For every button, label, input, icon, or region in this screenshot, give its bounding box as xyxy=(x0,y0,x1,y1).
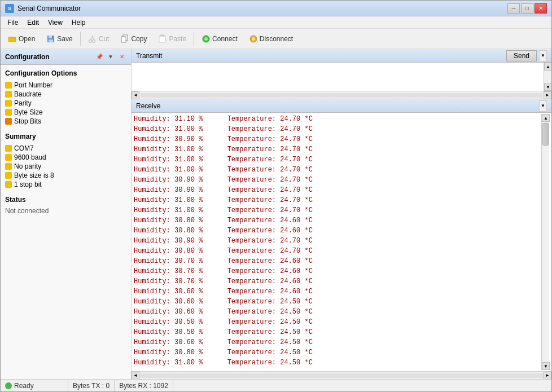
status-section: Status Not connected xyxy=(5,196,126,215)
window-controls: ─ □ ✕ xyxy=(507,3,547,14)
not-connected-text: Not connected xyxy=(5,207,126,215)
ready-text: Ready xyxy=(14,382,34,390)
maximize-button[interactable]: □ xyxy=(521,3,533,14)
receive-line: Humidity: 30.60 % Temperature: 24.50 *C xyxy=(134,307,541,317)
receive-lines: Humidity: 31.10 % Temperature: 24.70 *CH… xyxy=(134,114,541,370)
sidebar-close-icon[interactable]: ✕ xyxy=(117,52,126,61)
bytes-tx-segment: Bytes TX : 0 xyxy=(68,380,115,391)
open-icon xyxy=(8,34,17,43)
receive-line: Humidity: 30.90 % Temperature: 24.70 *C xyxy=(134,185,541,195)
pin-icon[interactable]: 📌 xyxy=(95,52,104,61)
transmit-textarea[interactable] xyxy=(132,63,544,91)
receive-dropdown[interactable]: ▼ xyxy=(539,100,547,112)
config-dot-baud xyxy=(5,91,12,98)
save-button[interactable]: Save xyxy=(41,31,77,47)
copy-icon xyxy=(120,34,129,43)
receive-line: Humidity: 30.80 % Temperature: 24.70 *C xyxy=(134,246,541,256)
sidebar-content: Configuration Options Port Number Baudra… xyxy=(1,65,131,379)
cut-label: Cut xyxy=(99,35,109,43)
receive-line: Humidity: 30.80 % Temperature: 24.50 *C xyxy=(134,347,541,358)
summary-com7: COM7 xyxy=(5,144,126,153)
menu-view[interactable]: View xyxy=(43,17,67,28)
transmit-scroll-down[interactable]: ▼ xyxy=(544,83,551,91)
transmit-hscroll-track xyxy=(141,93,542,98)
receive-scroll-track xyxy=(542,122,549,362)
separator-1 xyxy=(80,32,81,46)
receive-hscroll-left[interactable]: ◄ xyxy=(132,372,139,380)
receive-line: Humidity: 30.80 % Temperature: 24.60 *C xyxy=(134,215,541,226)
config-dot-byte xyxy=(5,109,12,116)
receive-line: Humidity: 30.90 % Temperature: 24.70 *C xyxy=(134,236,541,246)
receive-panel: Receive ▼ Humidity: 31.10 % Temperature:… xyxy=(132,99,551,379)
receive-hscroll: ◄ ► xyxy=(132,371,551,379)
sidebar-title: Configuration xyxy=(5,53,93,61)
receive-line: Humidity: 30.90 % Temperature: 24.70 *C xyxy=(134,175,541,185)
ready-icon xyxy=(5,382,12,389)
receive-line: Humidity: 31.10 % Temperature: 24.70 *C xyxy=(134,114,541,124)
cut-button[interactable]: Cut xyxy=(83,31,115,47)
config-stop-bits[interactable]: Stop Bits xyxy=(5,117,126,126)
summary-stopbit-label: 1 stop bit xyxy=(14,180,42,188)
open-button[interactable]: Open xyxy=(3,31,40,47)
receive-body: Humidity: 31.10 % Temperature: 24.70 *CH… xyxy=(132,113,551,371)
transmit-hscroll-left[interactable]: ◄ xyxy=(132,91,139,99)
receive-line: Humidity: 30.60 % Temperature: 24.60 *C xyxy=(134,287,541,297)
transmit-panel: Transmit Send ▼ ▲ ▼ ◄ xyxy=(132,49,551,99)
disconnect-button[interactable]: Disconnect xyxy=(244,31,298,47)
receive-header: Receive ▼ xyxy=(132,99,551,113)
transmit-hscroll: ◄ ► xyxy=(132,91,551,99)
svg-point-7 xyxy=(92,39,95,42)
config-port-number[interactable]: Port Number xyxy=(5,81,126,90)
summary-stopbit: 1 stop bit xyxy=(5,180,126,189)
connect-label: Connect xyxy=(212,35,238,43)
transmit-dropdown[interactable]: ▼ xyxy=(539,50,547,61)
transmit-hscroll-right[interactable]: ► xyxy=(544,91,551,99)
send-button[interactable]: Send xyxy=(506,50,537,61)
config-parity[interactable]: Parity xyxy=(5,99,126,108)
svg-rect-12 xyxy=(121,37,126,42)
config-stop-label: Stop Bits xyxy=(14,117,41,125)
transmit-header: Transmit Send ▼ xyxy=(132,49,551,63)
connect-button[interactable]: Connect xyxy=(196,31,243,47)
receive-vscrollbar[interactable]: ▲ ▼ xyxy=(541,114,549,370)
summary-com7-label: COM7 xyxy=(14,144,34,152)
sidebar-menu-icon[interactable]: ▼ xyxy=(106,52,115,61)
main-layout: Configuration 📌 ▼ ✕ Configuration Option… xyxy=(1,49,551,379)
svg-rect-5 xyxy=(49,39,53,42)
receive-line: Humidity: 30.50 % Temperature: 24.50 *C xyxy=(134,327,541,337)
svg-rect-4 xyxy=(49,36,52,38)
summary-section: Summary COM7 9600 baud No parity xyxy=(5,133,126,189)
window-title: Serial Communicator xyxy=(17,5,507,12)
summary-baud-label: 9600 baud xyxy=(14,153,46,161)
menu-edit[interactable]: Edit xyxy=(23,17,43,28)
transmit-title: Transmit xyxy=(136,52,506,60)
receive-scroll-down[interactable]: ▼ xyxy=(542,362,550,370)
config-dot-stop xyxy=(5,118,12,125)
menu-file[interactable]: File xyxy=(3,17,23,28)
transmit-scroll-up[interactable]: ▲ xyxy=(544,63,551,71)
minimize-button[interactable]: ─ xyxy=(507,3,520,14)
summary-bytesize: Byte size is 8 xyxy=(5,171,126,180)
copy-button[interactable]: Copy xyxy=(115,31,152,47)
config-byte-size[interactable]: Byte Size xyxy=(5,108,126,117)
bytes-rx-segment: Bytes RX : 1092 xyxy=(115,380,173,391)
svg-line-8 xyxy=(90,37,93,40)
receive-line: Humidity: 31.00 % Temperature: 24.70 *C xyxy=(134,195,541,205)
app-icon: S xyxy=(5,4,14,13)
config-baudrate[interactable]: Baudrate xyxy=(5,90,126,99)
config-baud-label: Baudrate xyxy=(14,90,42,98)
sidebar-header: Configuration 📌 ▼ ✕ xyxy=(1,49,131,65)
paste-label: Paste xyxy=(169,35,186,43)
svg-rect-1 xyxy=(8,37,16,42)
receive-line: Humidity: 30.70 % Temperature: 24.60 *C xyxy=(134,266,541,276)
save-label: Save xyxy=(57,35,72,43)
separator-2 xyxy=(194,32,194,46)
close-button[interactable]: ✕ xyxy=(535,3,547,14)
config-parity-label: Parity xyxy=(14,99,32,107)
receive-line: Humidity: 31.00 % Temperature: 24.70 *C xyxy=(134,155,541,165)
menu-help[interactable]: Help xyxy=(67,17,90,28)
receive-hscroll-right[interactable]: ► xyxy=(544,372,551,380)
svg-point-19 xyxy=(252,37,255,41)
receive-scroll-up[interactable]: ▲ xyxy=(542,114,550,122)
paste-button[interactable]: Paste xyxy=(153,31,191,47)
